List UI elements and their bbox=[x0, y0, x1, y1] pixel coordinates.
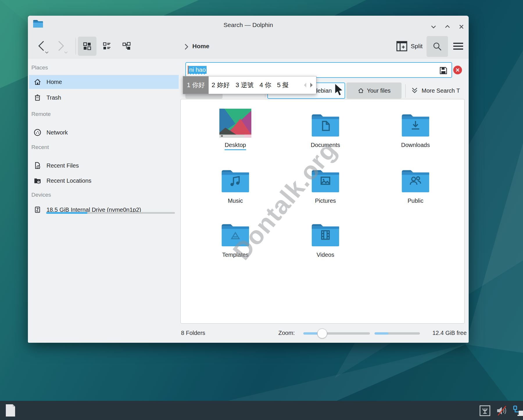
close-icon[interactable] bbox=[457, 23, 465, 31]
file-label: Pictures bbox=[315, 198, 336, 204]
user-home-icon bbox=[357, 87, 364, 94]
split-button-label: Split bbox=[411, 43, 423, 50]
ime-candidate[interactable]: 2 妳好 bbox=[209, 76, 232, 94]
folder-music-icon bbox=[220, 168, 250, 194]
search-input[interactable]: ni hao bbox=[185, 62, 452, 78]
zoom-slider-track[interactable] bbox=[303, 332, 370, 335]
places-section-header: Places bbox=[31, 64, 48, 71]
ime-candidate-popup: 1 你好 2 妳好 3 逆號 4 你 5 擬 bbox=[183, 76, 316, 94]
file-label: Documents bbox=[311, 142, 340, 148]
menu-button[interactable] bbox=[450, 39, 466, 53]
clear-search-icon bbox=[456, 68, 460, 72]
search-toggle-button[interactable] bbox=[427, 36, 448, 57]
sidebar-item-label: Trash bbox=[46, 94, 61, 101]
details-view-icon bbox=[122, 42, 131, 51]
more-search-tools-button[interactable]: More Search T bbox=[410, 82, 469, 99]
sidebar-item-label: Home bbox=[46, 79, 62, 85]
ime-keyboard-icon[interactable] bbox=[479, 405, 491, 417]
folder-pictures-icon bbox=[310, 168, 341, 194]
your-files-label: Your files bbox=[367, 87, 391, 94]
desktop: Search — Dolphin bbox=[0, 0, 523, 420]
back-icon[interactable] bbox=[36, 40, 49, 55]
file-label: Downloads bbox=[401, 142, 430, 148]
network-icon[interactable] bbox=[513, 405, 523, 417]
maximize-icon[interactable] bbox=[443, 23, 452, 31]
file-item-public[interactable]: Public bbox=[381, 163, 450, 204]
capacity-bar-fill bbox=[375, 332, 388, 335]
file-label: Music bbox=[228, 198, 243, 204]
split-button[interactable]: Split bbox=[391, 39, 428, 53]
filter-separator bbox=[405, 84, 406, 98]
sidebar-item-label: Recent Files bbox=[46, 162, 79, 169]
search-icon bbox=[432, 42, 442, 51]
ime-candidate[interactable]: 4 你 bbox=[257, 76, 274, 94]
drive-partition-icon bbox=[33, 205, 42, 214]
file-item-templates[interactable]: Templates bbox=[200, 217, 270, 258]
document-launcher-icon[interactable] bbox=[5, 403, 16, 418]
file-item-videos[interactable]: Videos bbox=[291, 217, 360, 258]
shade-icon[interactable] bbox=[429, 23, 438, 31]
zoom-slider-handle[interactable] bbox=[317, 329, 327, 338]
search-preedit-text: ni hao bbox=[188, 66, 207, 74]
folder-public-icon bbox=[400, 168, 431, 194]
details-view-button[interactable] bbox=[117, 37, 136, 56]
compact-view-button[interactable] bbox=[98, 37, 116, 56]
mouse-cursor bbox=[334, 83, 344, 97]
double-chevron-down-icon bbox=[410, 86, 419, 95]
recent-files-icon bbox=[33, 161, 42, 170]
toolbar-separator bbox=[76, 38, 76, 55]
file-label: Desktop bbox=[225, 142, 246, 150]
drive-usage-bar bbox=[46, 212, 175, 214]
your-files-button[interactable]: Your files bbox=[346, 82, 402, 99]
icons-view-icon bbox=[83, 42, 92, 51]
breadcrumb-home[interactable]: Home bbox=[192, 43, 209, 50]
file-item-pictures[interactable]: Pictures bbox=[291, 163, 360, 204]
recent-section-header: Recent bbox=[31, 144, 49, 150]
home-icon bbox=[33, 78, 42, 86]
desktop-thumbnail bbox=[219, 108, 251, 138]
sidebar-item-network[interactable]: Network bbox=[29, 125, 179, 139]
file-item-music[interactable]: Music bbox=[200, 163, 270, 204]
hamburger-menu-icon bbox=[452, 42, 464, 51]
folder-videos-icon bbox=[310, 222, 341, 248]
sidebar-item-recent-files[interactable]: Recent Files bbox=[29, 159, 179, 173]
zoom-slider-label: Zoom: bbox=[278, 330, 295, 336]
free-space-text: 12.4 GiB free bbox=[417, 330, 467, 336]
sidebar-item-label: Recent Locations bbox=[46, 177, 92, 184]
folder-downloads-icon bbox=[400, 112, 431, 138]
sidebar-item-label: Network bbox=[46, 129, 68, 136]
devices-section-header: Devices bbox=[31, 192, 51, 198]
recent-locations-icon bbox=[33, 176, 42, 185]
window-title: Search — Dolphin bbox=[28, 21, 469, 28]
breadcrumb-chevron-icon bbox=[183, 43, 189, 51]
ime-candidate[interactable]: 5 擬 bbox=[274, 76, 291, 94]
sidebar-item-internal-drive[interactable]: 18.5 GiB Internal Drive (nvme0n1p2) bbox=[29, 203, 179, 216]
taskbar bbox=[0, 401, 523, 420]
trash-icon bbox=[33, 93, 42, 102]
forward-icon[interactable] bbox=[55, 40, 68, 55]
file-item-downloads[interactable]: Downloads bbox=[381, 107, 450, 148]
sidebar-item-trash[interactable]: Trash bbox=[29, 91, 179, 105]
remote-section-header: Remote bbox=[31, 111, 51, 117]
compact-view-icon bbox=[103, 42, 111, 51]
ime-candidate[interactable]: 3 逆號 bbox=[233, 76, 257, 94]
ime-candidate-selected[interactable]: 1 你好 bbox=[183, 76, 209, 94]
drive-usage-fill bbox=[46, 212, 87, 214]
from-here-label: debian bbox=[314, 87, 332, 94]
folder-documents-icon bbox=[310, 112, 341, 138]
sidebar-item-recent-locations[interactable]: Recent Locations bbox=[29, 174, 179, 188]
network-globe-icon bbox=[33, 128, 42, 137]
volume-muted-icon[interactable] bbox=[496, 405, 508, 417]
icons-view-button[interactable] bbox=[78, 37, 96, 56]
capacity-bar bbox=[375, 332, 420, 335]
file-item-documents[interactable]: Documents bbox=[291, 107, 360, 148]
file-label: Public bbox=[408, 198, 423, 204]
sidebar-item-home[interactable]: Home bbox=[29, 75, 179, 89]
page-prev-icon[interactable] bbox=[303, 82, 307, 88]
file-label: Videos bbox=[317, 252, 334, 258]
clear-search-button[interactable] bbox=[453, 66, 462, 74]
split-view-icon bbox=[396, 41, 407, 51]
save-search-icon[interactable] bbox=[439, 66, 448, 75]
file-item-desktop[interactable]: Desktop bbox=[200, 107, 270, 150]
page-next-icon[interactable] bbox=[309, 82, 314, 88]
